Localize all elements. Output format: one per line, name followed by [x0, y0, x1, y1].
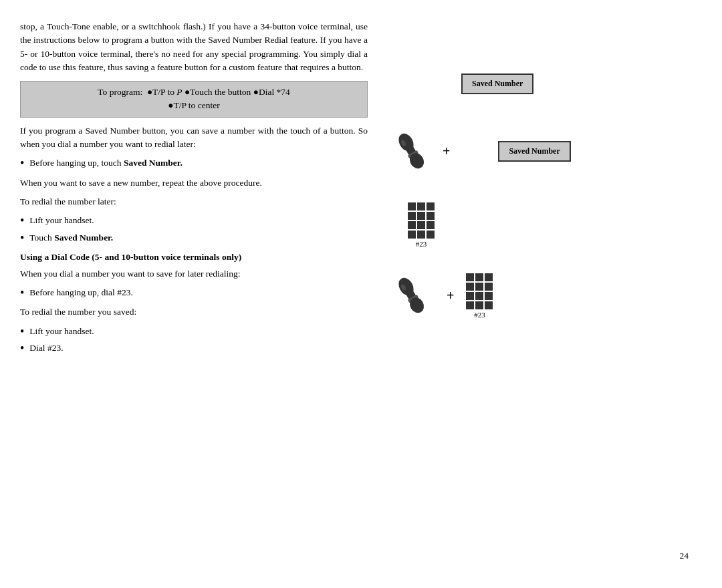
bullet-item-5: • Lift your handset.	[20, 325, 368, 339]
keypad-1	[408, 202, 435, 239]
diagram-row-2: + #23	[388, 272, 493, 319]
key2-3-3	[485, 292, 493, 300]
para2: When you want to save a new number, repe…	[20, 176, 368, 190]
bullet-dot-1: •	[20, 156, 24, 171]
keypad-2	[466, 273, 493, 309]
para3: To redial the number later:	[20, 195, 368, 208]
saved-number-button-1-wrapper: Saved Number	[421, 74, 533, 94]
key-3-1	[408, 221, 416, 229]
bullet-dot-2: •	[20, 214, 24, 229]
plus-sign-1: +	[443, 144, 450, 159]
key2-2-1	[466, 283, 474, 291]
saved-number-bold-1: Saved Number.	[124, 158, 183, 168]
plus-sign-2: +	[447, 288, 454, 303]
bullet-item-4: • Before hanging up, dial #23.	[20, 286, 368, 301]
page: stop, a Touch-Tone enable, or a switchho…	[0, 0, 722, 588]
program-line2: ●T/P to center	[168, 99, 219, 112]
key2-4-3	[485, 301, 493, 309]
page-number: 24	[680, 551, 689, 561]
program-box: To program: ●T/P to P ●Touch the button …	[20, 81, 368, 118]
bullet-dot-6: •	[20, 341, 24, 356]
intro-paragraph: stop, a Touch-Tone enable, or a switchho…	[20, 20, 368, 74]
keypad-label-2: #23	[474, 311, 485, 319]
key-1-1	[408, 202, 416, 210]
key2-4-2	[475, 301, 483, 309]
diagram-row-1: + Saved Number	[388, 128, 571, 174]
bullet-text-4: Before hanging up, dial #23.	[29, 286, 132, 299]
key-3-2	[417, 221, 425, 229]
key-2-1	[408, 212, 416, 220]
key-4-2	[417, 231, 425, 239]
bullet-dot-4: •	[20, 286, 24, 301]
bullet-text-6: Dial #23.	[29, 341, 63, 355]
key-4-3	[427, 231, 435, 239]
keypad-group-1: #23	[408, 201, 435, 248]
key2-2-2	[475, 283, 483, 291]
para5: To redial the number you saved:	[20, 305, 368, 319]
saved-number-button-2: Saved Number	[498, 141, 570, 162]
key-3-3	[427, 221, 435, 229]
bullet-text-5: Lift your handset.	[29, 325, 94, 338]
bullet-dot-3: •	[20, 231, 24, 246]
saved-number-button-1: Saved Number	[461, 74, 533, 94]
bullet-item-6: • Dial #23.	[20, 341, 368, 356]
key-4-1	[408, 231, 416, 239]
program-line1-prefix: To program: ●T/P to P ●Touch the button …	[98, 86, 290, 99]
saved-number-bold-2: Saved Number.	[54, 233, 113, 243]
right-column: Saved Number + Saved Number	[381, 20, 582, 568]
bullet-item-3: • Touch Saved Number.	[20, 231, 368, 246]
bullet-section-1: • Before hanging up, touch Saved Number.	[20, 156, 368, 171]
bullet-item-2: • Lift your handset.	[20, 214, 368, 229]
bullet-item-1: • Before hanging up, touch Saved Number.	[20, 156, 368, 171]
key2-1-3	[485, 273, 493, 281]
key2-2-3	[485, 283, 493, 291]
key-2-2	[417, 212, 425, 220]
key2-3-2	[475, 292, 483, 300]
para4: When you dial a number you want to save …	[20, 267, 368, 281]
bullet-section-3: • Before hanging up, dial #23.	[20, 286, 368, 301]
bullet-text-1: Before hanging up, touch Saved Number.	[29, 156, 183, 170]
bullet-dot-5: •	[20, 325, 24, 339]
handset-icon-2	[388, 272, 435, 319]
key2-3-1	[466, 292, 474, 300]
key-1-2	[417, 202, 425, 210]
bullet-text-3: Touch Saved Number.	[29, 231, 113, 245]
para1: If you program a Saved Number button, yo…	[20, 124, 368, 152]
bullet-section-4: • Lift your handset. • Dial #23.	[20, 325, 368, 356]
bullet-text-2: Lift your handset.	[29, 214, 94, 227]
key-1-3	[427, 202, 435, 210]
keypad-label-1: #23	[416, 240, 427, 248]
bullet-section-2: • Lift your handset. • Touch Saved Numbe…	[20, 214, 368, 245]
handset-icon-1	[388, 128, 435, 174]
keypad-group-2: #23	[466, 272, 493, 319]
key2-1-2	[475, 273, 483, 281]
key2-1-1	[466, 273, 474, 281]
section-heading: Using a Dial Code (5- and 10-button voic…	[20, 251, 368, 264]
key-2-3	[427, 212, 435, 220]
left-column: stop, a Touch-Tone enable, or a switchho…	[20, 20, 381, 568]
key2-4-1	[466, 301, 474, 309]
